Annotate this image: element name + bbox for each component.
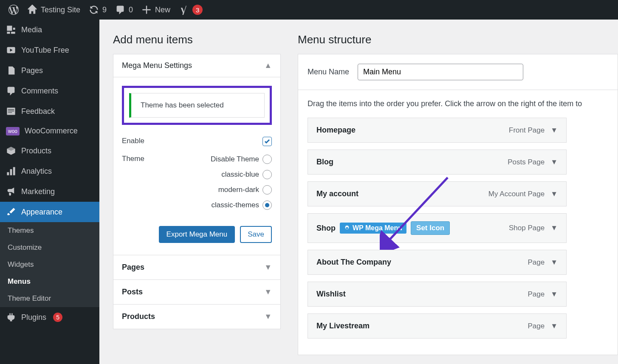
submenu-theme-editor[interactable]: Theme Editor (0, 290, 99, 307)
admin-sidebar: Media YouTube Free Pages Comments Feedba… (0, 20, 99, 364)
mega-menu-settings-header[interactable]: Mega Menu Settings ▲ (113, 54, 280, 77)
wp-logo-button[interactable] (4, 0, 23, 20)
submenu-customize[interactable]: Customize (0, 239, 99, 256)
main-content: Add menu items Mega Menu Settings ▲ Them… (99, 20, 618, 364)
menu-item-handle[interactable]: Shop WP Mega MenuSet IconShop Page▼ (308, 213, 567, 243)
notice-highlight-box: Theme has been selected (122, 86, 272, 125)
sidebar-label: WooCommerce (25, 127, 78, 135)
menu-item-type-area: My Account Page▼ (488, 190, 558, 198)
theme-label: Theme (122, 155, 144, 163)
menu-item-handle[interactable]: My Livestream Page▼ (308, 313, 567, 339)
plugin-count-badge: 5 (53, 313, 62, 322)
svg-rect-2 (7, 172, 9, 175)
radio-classic-blue[interactable] (262, 170, 272, 179)
menu-item-type: Shop Page (509, 224, 545, 232)
sidebar-label: Analytics (21, 167, 52, 176)
submenu-menus[interactable]: Menus (0, 273, 99, 290)
brush-icon (6, 207, 16, 217)
menu-item-handle[interactable]: Blog Posts Page▼ (308, 150, 567, 175)
mega-menu-title: Mega Menu Settings (122, 61, 192, 70)
caret-down-icon[interactable]: ▼ (550, 158, 558, 166)
comments-link[interactable]: 0 (111, 0, 137, 20)
media-icon (6, 25, 16, 35)
menu-item-handle[interactable]: Wishlist Page▼ (308, 282, 567, 307)
menu-name-label: Menu Name (308, 68, 349, 76)
sidebar-item-analytics[interactable]: Analytics (0, 161, 99, 181)
sidebar-label: Pages (21, 66, 43, 75)
menu-item-title: About The Company (316, 258, 391, 267)
home-icon (27, 5, 37, 15)
theme-option-label: Disable Theme (211, 155, 259, 164)
theme-option-label: classic-blue (221, 170, 259, 179)
plus-icon (141, 5, 152, 15)
site-home-link[interactable]: Testing Site (23, 0, 85, 20)
menu-item-type: Front Page (509, 126, 545, 135)
sidebar-item-feedback[interactable]: Feedback (0, 101, 99, 121)
products-section-header[interactable]: Products ▼ (113, 304, 280, 329)
caret-down-icon[interactable]: ▼ (550, 290, 558, 299)
enable-setting-row: Enable (122, 133, 272, 150)
submenu-themes[interactable]: Themes (0, 222, 99, 239)
save-button[interactable]: Save (240, 226, 272, 243)
caret-down-icon: ▼ (264, 263, 272, 272)
caret-down-icon[interactable]: ▼ (550, 322, 558, 330)
caret-up-icon: ▲ (264, 61, 272, 70)
sidebar-label: Appearance (21, 208, 62, 217)
site-name: Testing Site (41, 6, 80, 14)
sidebar-item-appearance[interactable]: Appearance (0, 202, 99, 222)
menu-item-type: Posts Page (508, 158, 545, 166)
theme-setting-row: Theme Disable Theme classic-blue modern-… (122, 150, 272, 220)
sidebar-label: Products (21, 147, 51, 155)
enable-checkbox[interactable] (262, 137, 272, 146)
caret-down-icon[interactable]: ▼ (550, 126, 558, 135)
sidebar-label: Comments (21, 87, 58, 96)
caret-down-icon: ▼ (264, 312, 272, 321)
products-icon (6, 146, 16, 156)
radio-disable-theme[interactable] (262, 155, 272, 164)
radio-modern-dark[interactable] (262, 185, 272, 195)
set-icon-button[interactable]: Set Icon (411, 221, 450, 235)
caret-down-icon[interactable]: ▼ (550, 258, 558, 267)
updates-link[interactable]: 9 (85, 0, 111, 20)
theme-option-label: modern-dark (218, 186, 259, 194)
menu-structure-box: Menu Name Drag the items into the order … (298, 54, 618, 355)
comment-icon (115, 5, 125, 15)
sidebar-item-woocommerce[interactable]: woo WooCommerce (0, 121, 99, 141)
sidebar-item-pages[interactable]: Pages (0, 60, 99, 81)
menu-item-type: Page (528, 258, 545, 267)
sidebar-item-plugins[interactable]: Plugins 5 (0, 307, 99, 327)
caret-down-icon[interactable]: ▼ (550, 190, 558, 198)
sidebar-item-marketing[interactable]: Marketing (0, 181, 99, 202)
menu-item-handle[interactable]: Homepage Front Page▼ (308, 118, 567, 143)
theme-option-classic-themes[interactable]: classic-themes (211, 200, 272, 210)
sidebar-item-youtube[interactable]: YouTube Free (0, 40, 99, 60)
sidebar-label: YouTube Free (21, 46, 69, 55)
submenu-widgets[interactable]: Widgets (0, 256, 99, 273)
plugin-icon (6, 312, 16, 322)
radio-classic-themes[interactable] (262, 200, 272, 210)
sidebar-item-products[interactable]: Products (0, 141, 99, 161)
sidebar-item-comments[interactable]: Comments (0, 81, 99, 101)
theme-option-classic-blue[interactable]: classic-blue (211, 170, 272, 179)
new-content-link[interactable]: New (137, 0, 175, 20)
pages-icon (6, 65, 16, 76)
export-mega-menu-button[interactable]: Export Mega Menu (159, 226, 235, 243)
menu-item-type-area: Shop Page▼ (509, 224, 558, 232)
sidebar-label: Plugins (21, 313, 46, 322)
new-label: New (155, 6, 170, 14)
menu-item-handle[interactable]: My account My Account Page▼ (308, 181, 567, 206)
video-icon (6, 45, 16, 55)
caret-down-icon[interactable]: ▼ (550, 224, 558, 232)
wp-mega-menu-button[interactable]: WP Mega Menu (340, 223, 406, 234)
pages-section-header[interactable]: Pages ▼ (113, 255, 280, 279)
theme-option-modern-dark[interactable]: modern-dark (211, 185, 272, 195)
theme-option-disable[interactable]: Disable Theme (211, 155, 272, 164)
section-label: Products (122, 312, 155, 321)
yoast-link[interactable]: 3 (175, 0, 207, 20)
posts-section-header[interactable]: Posts ▼ (113, 279, 280, 304)
sidebar-item-media[interactable]: Media (0, 20, 99, 40)
refresh-icon (89, 5, 99, 15)
menu-item-handle[interactable]: About The Company Page▼ (308, 250, 567, 275)
add-items-heading: Add menu items (113, 33, 281, 46)
menu-name-input[interactable] (358, 64, 523, 80)
